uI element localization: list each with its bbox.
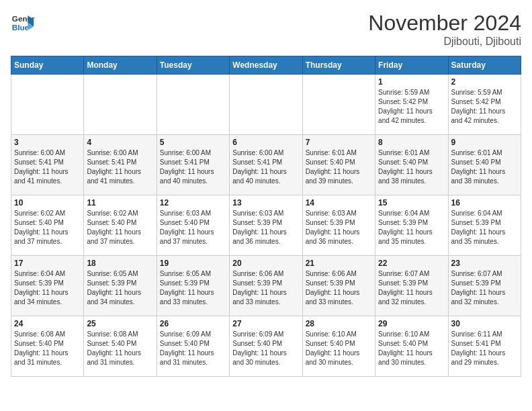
week-row-4: 17Sunrise: 6:04 AM Sunset: 5:39 PM Dayli… xyxy=(11,256,521,316)
calendar-cell: 30Sunrise: 6:11 AM Sunset: 5:41 PM Dayli… xyxy=(448,316,521,377)
calendar-cell: 9Sunrise: 6:01 AM Sunset: 5:40 PM Daylig… xyxy=(448,135,521,195)
day-info: Sunrise: 6:01 AM Sunset: 5:40 PM Dayligh… xyxy=(451,148,518,186)
day-info: Sunrise: 6:10 AM Sunset: 5:40 PM Dayligh… xyxy=(306,330,372,367)
day-number: 7 xyxy=(306,138,372,147)
day-info: Sunrise: 6:04 AM Sunset: 5:39 PM Dayligh… xyxy=(14,269,81,307)
weekday-header-thursday: Thursday xyxy=(302,56,375,75)
day-number: 3 xyxy=(14,138,81,147)
day-info: Sunrise: 6:06 AM Sunset: 5:39 PM Dayligh… xyxy=(232,269,299,307)
calendar-header: SundayMondayTuesdayWednesdayThursdayFrid… xyxy=(11,56,521,75)
day-number: 11 xyxy=(87,198,153,208)
calendar-cell: 4Sunrise: 6:00 AM Sunset: 5:41 PM Daylig… xyxy=(84,135,157,195)
day-info: Sunrise: 6:09 AM Sunset: 5:40 PM Dayligh… xyxy=(232,330,299,367)
calendar-cell: 22Sunrise: 6:07 AM Sunset: 5:39 PM Dayli… xyxy=(375,256,448,316)
weekday-header-row: SundayMondayTuesdayWednesdayThursdayFrid… xyxy=(11,56,521,75)
day-number: 25 xyxy=(87,319,153,328)
day-number: 23 xyxy=(451,259,518,268)
day-info: Sunrise: 6:11 AM Sunset: 5:41 PM Dayligh… xyxy=(451,330,518,367)
calendar-cell: 28Sunrise: 6:10 AM Sunset: 5:40 PM Dayli… xyxy=(302,316,375,377)
day-info: Sunrise: 6:05 AM Sunset: 5:39 PM Dayligh… xyxy=(87,269,153,307)
calendar-cell: 19Sunrise: 6:05 AM Sunset: 5:39 PM Dayli… xyxy=(157,256,229,316)
logo: General Blue xyxy=(11,11,38,35)
day-number: 12 xyxy=(160,198,226,208)
calendar-cell: 10Sunrise: 6:02 AM Sunset: 5:40 PM Dayli… xyxy=(11,195,84,256)
weekday-header-wednesday: Wednesday xyxy=(230,56,302,75)
week-row-1: 1Sunrise: 5:59 AM Sunset: 5:42 PM Daylig… xyxy=(11,75,521,135)
calendar-cell: 20Sunrise: 6:06 AM Sunset: 5:39 PM Dayli… xyxy=(230,256,302,316)
weekday-header-tuesday: Tuesday xyxy=(157,56,229,75)
calendar-cell: 3Sunrise: 6:00 AM Sunset: 5:41 PM Daylig… xyxy=(11,135,84,195)
page-header: General Blue November 2024 Djibouti, Dji… xyxy=(11,11,521,48)
calendar-cell xyxy=(302,75,375,135)
calendar-cell: 13Sunrise: 6:03 AM Sunset: 5:39 PM Dayli… xyxy=(230,195,302,256)
day-info: Sunrise: 6:04 AM Sunset: 5:39 PM Dayligh… xyxy=(451,209,518,246)
day-info: Sunrise: 5:59 AM Sunset: 5:42 PM Dayligh… xyxy=(451,88,518,126)
day-info: Sunrise: 6:03 AM Sunset: 5:40 PM Dayligh… xyxy=(160,209,226,246)
location-subtitle: Djibouti, Djibouti xyxy=(368,36,521,48)
day-info: Sunrise: 6:01 AM Sunset: 5:40 PM Dayligh… xyxy=(378,148,445,186)
day-number: 14 xyxy=(306,198,372,208)
day-info: Sunrise: 6:00 AM Sunset: 5:41 PM Dayligh… xyxy=(87,148,153,186)
day-info: Sunrise: 6:00 AM Sunset: 5:41 PM Dayligh… xyxy=(14,148,81,186)
day-info: Sunrise: 6:03 AM Sunset: 5:39 PM Dayligh… xyxy=(306,209,372,246)
weekday-header-sunday: Sunday xyxy=(11,56,84,75)
day-number: 29 xyxy=(378,319,445,328)
day-number: 8 xyxy=(378,138,445,147)
svg-text:Blue: Blue xyxy=(12,23,30,32)
day-number: 22 xyxy=(378,259,445,268)
calendar-table: SundayMondayTuesdayWednesdayThursdayFrid… xyxy=(11,56,521,377)
day-number: 26 xyxy=(160,319,226,328)
week-row-2: 3Sunrise: 6:00 AM Sunset: 5:41 PM Daylig… xyxy=(11,135,521,195)
calendar-cell: 17Sunrise: 6:04 AM Sunset: 5:39 PM Dayli… xyxy=(11,256,84,316)
day-info: Sunrise: 6:00 AM Sunset: 5:41 PM Dayligh… xyxy=(160,148,226,186)
calendar-cell: 21Sunrise: 6:06 AM Sunset: 5:39 PM Dayli… xyxy=(302,256,375,316)
calendar-cell: 16Sunrise: 6:04 AM Sunset: 5:39 PM Dayli… xyxy=(448,195,521,256)
day-number: 19 xyxy=(160,259,226,268)
calendar-cell: 2Sunrise: 5:59 AM Sunset: 5:42 PM Daylig… xyxy=(448,75,521,135)
calendar-body: 1Sunrise: 5:59 AM Sunset: 5:42 PM Daylig… xyxy=(11,75,521,377)
calendar-cell xyxy=(157,75,229,135)
calendar-cell: 15Sunrise: 6:04 AM Sunset: 5:39 PM Dayli… xyxy=(375,195,448,256)
calendar-cell: 12Sunrise: 6:03 AM Sunset: 5:40 PM Dayli… xyxy=(157,195,229,256)
day-number: 1 xyxy=(378,77,445,87)
day-info: Sunrise: 6:06 AM Sunset: 5:39 PM Dayligh… xyxy=(306,269,372,307)
day-info: Sunrise: 6:03 AM Sunset: 5:39 PM Dayligh… xyxy=(232,209,299,246)
calendar-cell xyxy=(84,75,157,135)
day-number: 10 xyxy=(14,198,81,208)
weekday-header-friday: Friday xyxy=(375,56,448,75)
day-number: 16 xyxy=(451,198,518,208)
calendar-cell: 27Sunrise: 6:09 AM Sunset: 5:40 PM Dayli… xyxy=(230,316,302,377)
calendar-cell: 5Sunrise: 6:00 AM Sunset: 5:41 PM Daylig… xyxy=(157,135,229,195)
day-number: 2 xyxy=(451,77,518,87)
day-number: 21 xyxy=(306,259,372,268)
calendar-cell: 29Sunrise: 6:10 AM Sunset: 5:40 PM Dayli… xyxy=(375,316,448,377)
day-number: 18 xyxy=(87,259,153,268)
calendar-cell: 26Sunrise: 6:09 AM Sunset: 5:40 PM Dayli… xyxy=(157,316,229,377)
logo-icon: General Blue xyxy=(11,11,35,35)
calendar-cell: 24Sunrise: 6:08 AM Sunset: 5:40 PM Dayli… xyxy=(11,316,84,377)
day-number: 28 xyxy=(306,319,372,328)
weekday-header-saturday: Saturday xyxy=(448,56,521,75)
day-number: 6 xyxy=(232,138,299,147)
calendar-cell: 14Sunrise: 6:03 AM Sunset: 5:39 PM Dayli… xyxy=(302,195,375,256)
calendar-cell: 23Sunrise: 6:07 AM Sunset: 5:39 PM Dayli… xyxy=(448,256,521,316)
day-info: Sunrise: 6:00 AM Sunset: 5:41 PM Dayligh… xyxy=(232,148,299,186)
calendar-cell: 6Sunrise: 6:00 AM Sunset: 5:41 PM Daylig… xyxy=(230,135,302,195)
day-info: Sunrise: 6:07 AM Sunset: 5:39 PM Dayligh… xyxy=(451,269,518,307)
day-number: 27 xyxy=(232,319,299,328)
day-info: Sunrise: 6:02 AM Sunset: 5:40 PM Dayligh… xyxy=(14,209,81,246)
calendar-cell: 1Sunrise: 5:59 AM Sunset: 5:42 PM Daylig… xyxy=(375,75,448,135)
title-block: November 2024 Djibouti, Djibouti xyxy=(368,11,521,48)
day-info: Sunrise: 6:01 AM Sunset: 5:40 PM Dayligh… xyxy=(306,148,372,186)
day-info: Sunrise: 6:08 AM Sunset: 5:40 PM Dayligh… xyxy=(87,330,153,367)
day-info: Sunrise: 6:02 AM Sunset: 5:40 PM Dayligh… xyxy=(87,209,153,246)
calendar-cell: 18Sunrise: 6:05 AM Sunset: 5:39 PM Dayli… xyxy=(84,256,157,316)
calendar-cell: 25Sunrise: 6:08 AM Sunset: 5:40 PM Dayli… xyxy=(84,316,157,377)
calendar-cell: 11Sunrise: 6:02 AM Sunset: 5:40 PM Dayli… xyxy=(84,195,157,256)
day-info: Sunrise: 6:09 AM Sunset: 5:40 PM Dayligh… xyxy=(160,330,226,367)
month-title: November 2024 xyxy=(368,11,521,36)
day-number: 24 xyxy=(14,319,81,328)
day-number: 15 xyxy=(378,198,445,208)
day-info: Sunrise: 6:10 AM Sunset: 5:40 PM Dayligh… xyxy=(378,330,445,367)
day-info: Sunrise: 6:08 AM Sunset: 5:40 PM Dayligh… xyxy=(14,330,81,367)
